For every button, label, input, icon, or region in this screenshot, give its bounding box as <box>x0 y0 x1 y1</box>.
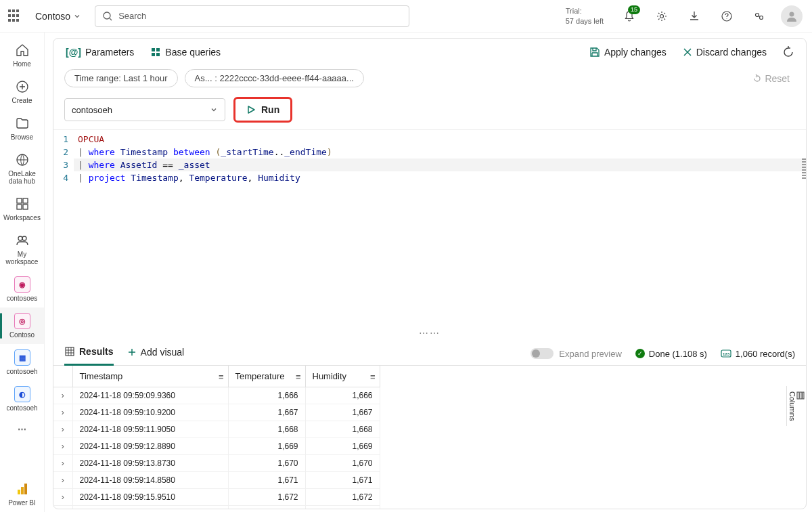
reset-button[interactable]: Reset <box>752 73 795 84</box>
cell-timestamp: 2024-11-18 09:59:12.8890 <box>72 438 228 455</box>
column-menu-icon[interactable]: ≡ <box>219 371 224 381</box>
table-row[interactable]: ›2024-11-18 09:59:13.87301,6701,670 <box>53 455 380 472</box>
column-menu-icon[interactable]: ≡ <box>296 371 301 381</box>
time-range-pill[interactable]: Time range: Last 1 hour <box>64 69 178 87</box>
column-menu-icon[interactable]: ≡ <box>370 371 376 381</box>
asset-pill[interactable]: As... : 2222cccc-33dd-eeee-ff44-aaaaa... <box>185 69 364 87</box>
nav-contosoes[interactable]: ◉ contosoes <box>0 271 44 307</box>
cell-temperature: 1,672 <box>228 489 305 506</box>
expand-row-chevron[interactable]: › <box>53 387 72 404</box>
plus-icon <box>127 347 137 357</box>
svg-rect-10 <box>17 205 22 209</box>
home-icon <box>14 42 30 58</box>
nav-contosoeh-2[interactable]: ◐ contosoeh <box>0 381 44 417</box>
expand-row-chevron[interactable]: › <box>53 455 72 472</box>
column-header[interactable]: Temperature≡ <box>228 366 305 387</box>
nav-contosoeh-1[interactable]: ▦ contosoeh <box>0 344 44 381</box>
query-editor[interactable]: 1234 OPCUA| where Timestamp between (_st… <box>53 129 806 187</box>
svg-rect-25 <box>800 392 802 399</box>
base-queries-button[interactable]: Base queries <box>149 44 222 60</box>
cell-humidity: 1,667 <box>305 404 380 421</box>
svg-rect-15 <box>21 487 24 494</box>
results-tab[interactable]: Results <box>64 342 114 366</box>
app-launcher-icon[interactable] <box>8 9 22 23</box>
main-content: [@] Parameters Base queries Apply change… <box>45 33 812 512</box>
expand-row-chevron[interactable]: › <box>53 438 72 455</box>
cell-temperature: 1,671 <box>228 472 305 489</box>
download-button[interactable] <box>682 4 706 28</box>
cell-humidity: 1,669 <box>305 438 380 455</box>
svg-rect-14 <box>18 490 20 494</box>
code-area[interactable]: OPCUA| where Timestamp between (_startTi… <box>74 130 806 187</box>
cell-timestamp: 2024-11-18 09:59:11.9050 <box>72 421 228 438</box>
settings-button[interactable] <box>650 4 674 28</box>
expand-row-chevron[interactable]: › <box>53 404 72 421</box>
table-row[interactable]: ›2024-11-18 09:59:15.95101,6721,672 <box>53 489 380 506</box>
eventstream-icon: ◉ <box>14 276 30 293</box>
discard-changes-button[interactable]: Discard changes <box>681 44 768 60</box>
cell-humidity: 1,666 <box>305 387 380 404</box>
parameters-icon: [@] <box>66 47 81 58</box>
svg-point-3 <box>756 13 759 16</box>
notifications-button[interactable]: 15 <box>617 4 641 28</box>
cell-temperature: 1,673 <box>228 506 305 509</box>
expand-row-chevron[interactable]: › <box>53 421 72 438</box>
help-button[interactable] <box>715 4 739 28</box>
onelake-icon <box>14 152 30 168</box>
svg-rect-26 <box>803 392 804 399</box>
expand-row-chevron[interactable]: › <box>53 472 72 489</box>
nav-powerbi[interactable]: Power BI <box>0 475 44 512</box>
cell-humidity: 1,668 <box>305 421 380 438</box>
svg-rect-9 <box>23 198 28 203</box>
nav-onelake[interactable]: OneLake data hub <box>0 146 44 190</box>
account-button[interactable] <box>780 4 804 28</box>
column-header[interactable]: Timestamp≡ <box>72 366 228 387</box>
table-row[interactable]: ›2024-11-18 09:59:14.85801,6711,671 <box>53 472 380 489</box>
cell-temperature: 1,666 <box>228 387 305 404</box>
table-row[interactable]: ›2024-11-18 09:59:16.93501,6731,673 <box>53 506 380 509</box>
column-header[interactable]: Humidity≡ <box>305 366 380 387</box>
results-header: Results Add visual Expand preview ✓ Done… <box>53 337 806 366</box>
parameters-button[interactable]: [@] Parameters <box>64 44 135 60</box>
search-icon <box>102 11 113 22</box>
refresh-button[interactable] <box>782 45 795 59</box>
apply-changes-button[interactable]: Apply changes <box>588 44 668 60</box>
reset-icon <box>752 74 762 83</box>
search-box[interactable]: Search <box>95 5 409 27</box>
nav-browse[interactable]: Browse <box>0 110 44 146</box>
table-row[interactable]: ›2024-11-18 09:59:10.92001,6671,667 <box>53 404 380 421</box>
nav-home[interactable]: Home <box>0 37 44 73</box>
table-row[interactable]: ›2024-11-18 09:59:09.93601,6661,666 <box>53 387 380 404</box>
data-source-select[interactable]: contosoeh <box>64 98 225 121</box>
nav-my-workspace[interactable]: My workspace <box>0 227 44 271</box>
pane-drag-handle[interactable]: ⋯⋯ <box>53 330 806 337</box>
nav-create[interactable]: Create <box>0 73 44 110</box>
top-bar: Contoso Search Trial: 57 days left 15 <box>0 0 812 33</box>
avatar-icon <box>781 5 803 27</box>
table-row[interactable]: ›2024-11-18 09:59:12.88901,6691,669 <box>53 438 380 455</box>
nav-contoso[interactable]: ◎ Contoso <box>0 307 44 344</box>
success-icon: ✓ <box>635 349 645 358</box>
add-visual-button[interactable]: Add visual <box>127 343 185 364</box>
search-placeholder: Search <box>118 11 146 21</box>
svg-point-12 <box>18 236 22 240</box>
nav-workspaces[interactable]: Workspaces <box>0 190 44 227</box>
tenant-dropdown[interactable]: Contoso <box>30 7 87 26</box>
notification-badge: 15 <box>628 5 640 14</box>
workspaces-icon <box>14 196 30 212</box>
columns-panel-toggle[interactable]: Columns <box>786 386 806 426</box>
query-status: ✓ Done (1.108 s) <box>635 349 707 359</box>
expand-row-chevron[interactable]: › <box>53 489 72 506</box>
svg-rect-17 <box>152 48 155 51</box>
expand-preview-toggle[interactable] <box>531 348 554 359</box>
resize-handle[interactable] <box>802 158 806 179</box>
table-row[interactable]: ›2024-11-18 09:59:11.90501,6681,668 <box>53 421 380 438</box>
nav-more[interactable]: ⋯ <box>0 417 44 441</box>
run-button[interactable]: Run <box>233 97 292 123</box>
cell-temperature: 1,668 <box>228 421 305 438</box>
svg-point-1 <box>660 14 664 18</box>
chevron-down-icon <box>73 12 81 20</box>
browse-icon <box>14 115 30 131</box>
feedback-button[interactable] <box>747 4 771 28</box>
expand-row-chevron[interactable]: › <box>53 506 72 509</box>
